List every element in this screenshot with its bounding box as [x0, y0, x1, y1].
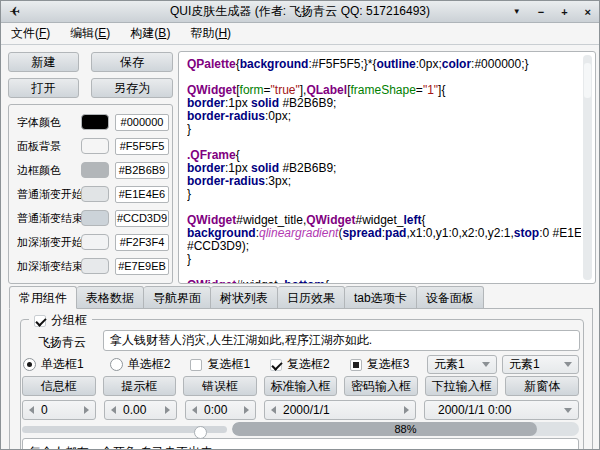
- spin-up-icon[interactable]: [404, 406, 409, 414]
- color-label: 字体颜色: [17, 115, 81, 130]
- color-hex-field[interactable]: #F5F5F5: [115, 138, 169, 155]
- spinner-time[interactable]: 0:00: [185, 400, 256, 420]
- input-dropdown-button[interactable]: 下拉输入框: [425, 376, 499, 396]
- author-input[interactable]: 拿人钱财替人消灾,人生江湖如此,程序江湖亦如此.: [103, 330, 580, 351]
- spin-down-icon[interactable]: [271, 406, 276, 414]
- color-row-normal-gradient-end: 普通渐变结束#CCD3D9: [9, 206, 172, 230]
- color-label: 加深渐变结束: [17, 259, 81, 274]
- minimize-icon[interactable]: −: [538, 7, 544, 18]
- color-hex-field[interactable]: #B2B6B9: [115, 162, 169, 179]
- radio-glyph: [23, 358, 36, 371]
- color-hex-field[interactable]: #F2F3F4: [115, 234, 169, 251]
- combo-value: 元素1: [509, 356, 540, 373]
- radio-2[interactable]: 单选框2: [110, 356, 171, 373]
- spinner-int[interactable]: 0: [22, 400, 96, 420]
- groupbox-checkbox[interactable]: [34, 315, 46, 327]
- menu-item-build[interactable]: 构建(B): [120, 25, 180, 42]
- groupbox-title[interactable]: 分组框: [29, 312, 92, 329]
- spin-up-icon[interactable]: [84, 406, 89, 414]
- progress-bar: 88%: [232, 422, 579, 436]
- spinner-date[interactable]: 2000/1/1: [264, 400, 416, 420]
- menu-icon[interactable]: ▼: [513, 8, 521, 16]
- spin-up-icon[interactable]: [165, 406, 170, 414]
- spinner-double[interactable]: 0.00: [104, 400, 177, 420]
- checkbox-glyph: [270, 359, 282, 371]
- bottom-textedit[interactable]: 每个人都有一个死角,自己走不出来: [22, 438, 579, 450]
- tab-calendar[interactable]: 日历效果: [278, 286, 345, 309]
- checkbox-glyph: [350, 359, 362, 371]
- spin-up-icon[interactable]: [244, 406, 249, 414]
- code-line: }: [187, 188, 581, 201]
- scrollbar-thumb[interactable]: [584, 63, 591, 98]
- spin-down-icon[interactable]: [29, 406, 34, 414]
- checkbox-glyph: [190, 359, 202, 371]
- input-password-button[interactable]: 密码输入框: [344, 376, 418, 396]
- qss-code-editor[interactable]: QPalette{background:#F5F5F5;}*{outline:0…: [178, 51, 596, 284]
- color-swatch[interactable]: [81, 114, 109, 130]
- menu-item-file[interactable]: 文件(F): [1, 25, 60, 42]
- color-row-font-color: 字体颜色#000000: [9, 110, 172, 134]
- menu-item-help[interactable]: 帮助(H): [180, 25, 241, 42]
- checkbox-1[interactable]: 复选框1: [190, 356, 250, 373]
- close-icon[interactable]: ×: [585, 7, 591, 18]
- tab-table[interactable]: 表格数据: [77, 286, 144, 309]
- checkbox-3[interactable]: 复选框3: [350, 356, 410, 373]
- code-line: border-radius:0px;: [187, 110, 581, 123]
- new-window-button[interactable]: 新窗体: [505, 376, 579, 396]
- open-button[interactable]: 打开: [8, 78, 79, 98]
- checkbox-label: 复选框2: [287, 356, 330, 373]
- code-line: QWidget#widget_bottom{: [187, 279, 581, 283]
- save-as-button[interactable]: 另存为: [91, 78, 173, 98]
- color-hex-field[interactable]: #CCD3D9: [115, 210, 169, 227]
- tab-tabpage[interactable]: tab选项卡: [345, 286, 417, 309]
- titlebar[interactable]: ✈ QUI皮肤生成器 (作者: 飞扬青云 QQ: 517216493) ▼−+×: [1, 1, 599, 23]
- code-line: }: [187, 253, 581, 266]
- tab-common[interactable]: 常用组件: [9, 286, 77, 309]
- error-button[interactable]: 错误框: [183, 376, 257, 396]
- spinner-value: 0: [41, 403, 77, 417]
- scrollbar[interactable]: [583, 55, 592, 280]
- tab-device[interactable]: 设备面板: [417, 286, 484, 309]
- save-button[interactable]: 保存: [91, 52, 173, 72]
- color-hex-field[interactable]: #E1E4E6: [115, 186, 169, 203]
- color-row-normal-gradient-start: 普通渐变开始#E1E4E6: [9, 182, 172, 206]
- input-standard-button[interactable]: 标准输入框: [264, 376, 338, 396]
- color-swatch[interactable]: [81, 138, 109, 154]
- author-label: 飞扬青云: [38, 334, 86, 351]
- menubar: 文件(F)编辑(E)构建(B)帮助(H): [1, 23, 599, 45]
- radio-1[interactable]: 单选框1: [23, 356, 84, 373]
- slider[interactable]: [22, 426, 227, 433]
- combo-1[interactable]: 元素1: [427, 355, 497, 374]
- new-button[interactable]: 新建: [8, 52, 79, 72]
- color-swatch[interactable]: [81, 186, 109, 202]
- checkbox-2[interactable]: 复选框2: [270, 356, 330, 373]
- tab-tree[interactable]: 树状列表: [211, 286, 278, 309]
- color-swatch[interactable]: [81, 162, 109, 178]
- color-swatch[interactable]: [81, 234, 109, 250]
- spin-down-icon[interactable]: [111, 406, 116, 414]
- spinner-datetime[interactable]: 2000/1/1 0:00: [424, 400, 579, 420]
- info-button[interactable]: 信息框: [22, 376, 96, 396]
- color-swatch[interactable]: [81, 210, 109, 226]
- combo-value: 元素1: [434, 356, 465, 373]
- color-hex-field[interactable]: #000000: [115, 114, 169, 131]
- tab-nav[interactable]: 导航界面: [144, 286, 211, 309]
- spinners-row: 00.000:002000/1/12000/1/1 0:00: [22, 400, 579, 420]
- color-label: 面板背景: [17, 139, 81, 154]
- menu-item-edit[interactable]: 编辑(E): [60, 25, 120, 42]
- maximize-icon[interactable]: +: [561, 7, 567, 18]
- hint-button[interactable]: 提示框: [103, 376, 177, 396]
- color-label: 普通渐变开始: [17, 187, 81, 202]
- color-row-border-color: 边框颜色#B2B6B9: [9, 158, 172, 182]
- checkbox-label: 复选框3: [367, 356, 410, 373]
- combo-2[interactable]: 元素1: [502, 355, 579, 374]
- radio-label: 单选框2: [128, 356, 171, 373]
- progress-label: 88%: [232, 422, 579, 436]
- color-swatch[interactable]: [81, 258, 109, 274]
- color-row-dark-gradient-end: 加深渐变结束#E7E9EB: [9, 254, 172, 278]
- window-controls: ▼−+×: [513, 1, 591, 23]
- spin-down-icon[interactable]: [192, 406, 197, 414]
- code-line: }: [187, 123, 581, 136]
- color-hex-field[interactable]: #E7E9EB: [115, 258, 169, 275]
- chevron-down-icon: [564, 362, 572, 367]
